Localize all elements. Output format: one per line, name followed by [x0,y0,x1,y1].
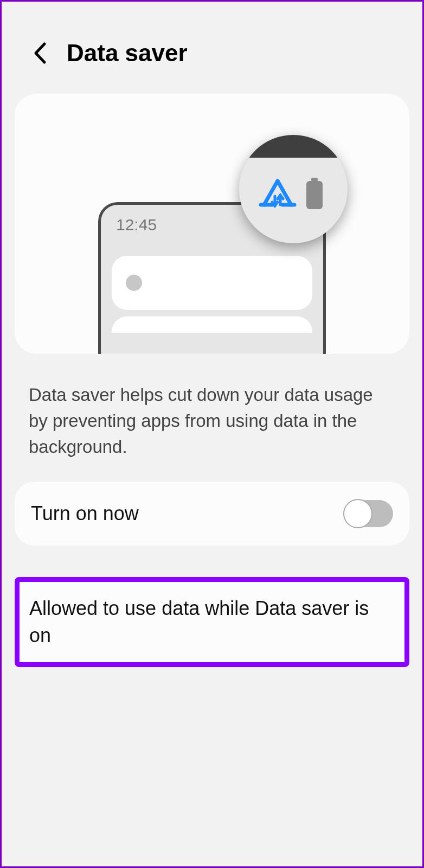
turn-on-now-row[interactable]: Turn on now [15,482,409,546]
data-saver-icon [259,178,297,212]
mock-dot-icon [126,275,142,291]
turn-on-now-switch[interactable] [344,500,393,527]
mock-card [112,256,312,310]
mock-time: 12:45 [116,216,157,234]
page-title: Data saver [67,40,188,67]
allowed-apps-row[interactable]: Allowed to use data while Data saver is … [20,582,404,663]
mock-card [112,316,312,333]
back-button[interactable] [29,42,50,64]
zoom-bubble [239,135,348,243]
toggle-label: Turn on now [31,502,139,525]
switch-knob [343,499,372,528]
chevron-left-icon [33,42,47,64]
allowed-apps-highlight: Allowed to use data while Data saver is … [15,577,409,668]
illustration-card: 12:45 [15,94,409,354]
battery-icon [306,181,323,209]
description-text: Data saver helps cut down your data usag… [2,354,422,482]
